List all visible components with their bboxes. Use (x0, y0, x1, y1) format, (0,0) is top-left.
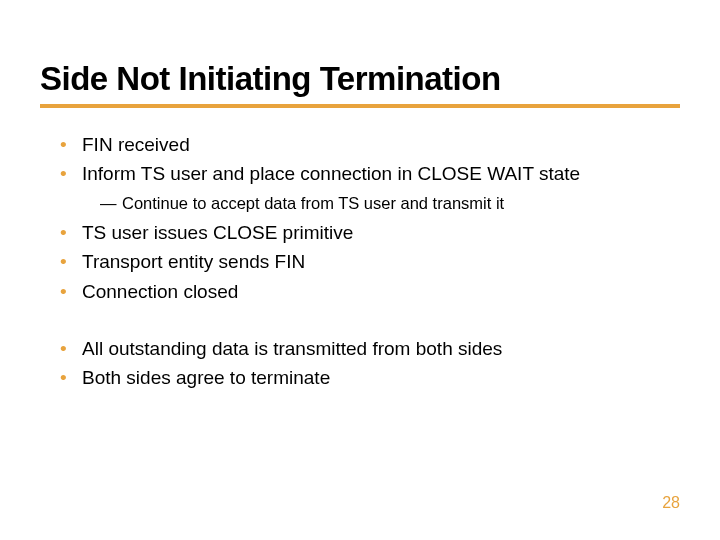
list-item: Transport entity sends FIN (60, 247, 680, 276)
list-item-text: Inform TS user and place connection in C… (82, 163, 580, 184)
list-item: TS user issues CLOSE primitive (60, 218, 680, 247)
list-item: Both sides agree to terminate (60, 363, 680, 392)
list-item: FIN received (60, 130, 680, 159)
spacer (40, 306, 680, 334)
page-number: 28 (662, 494, 680, 512)
slide-title: Side Not Initiating Termination (40, 60, 680, 108)
list-item: All outstanding data is transmitted from… (60, 334, 680, 363)
list-item: Inform TS user and place connection in C… (60, 159, 680, 215)
sub-list-item: Continue to accept data from TS user and… (100, 191, 680, 216)
sub-list: Continue to accept data from TS user and… (82, 191, 680, 216)
list-item: Connection closed (60, 277, 680, 306)
bullet-list: All outstanding data is transmitted from… (40, 334, 680, 393)
bullet-list: FIN received Inform TS user and place co… (40, 130, 680, 306)
